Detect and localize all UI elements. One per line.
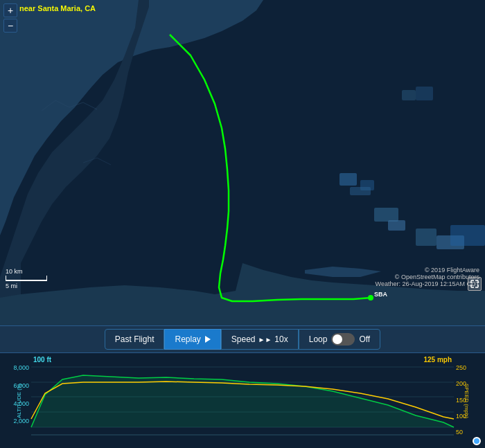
zoom-controls: + − bbox=[3, 3, 17, 34]
past-flight-button[interactable]: Past Flight bbox=[105, 329, 165, 350]
fast-forward-icon: ►► bbox=[258, 336, 272, 343]
play-icon bbox=[205, 336, 211, 343]
map-attribution: © 2019 FlightAware © OpenStreetMap contr… bbox=[376, 267, 479, 287]
svg-rect-4 bbox=[350, 187, 371, 195]
scale-bar-line bbox=[6, 276, 47, 281]
svg-rect-9 bbox=[450, 225, 485, 246]
speed-unit-label: 125 mph bbox=[423, 356, 452, 364]
svg-rect-5 bbox=[374, 208, 398, 222]
svg-rect-10 bbox=[402, 90, 416, 100]
toggle-knob bbox=[333, 334, 342, 344]
speed-button[interactable]: Speed ►► 10x bbox=[221, 329, 299, 350]
replay-button[interactable]: Replay bbox=[164, 329, 220, 350]
controls-bar: Past Flight Replay Speed ►► 10x Loop Off bbox=[0, 325, 485, 353]
chart-area: 100 ft 125 mph 8,000 6,000 4,000 2,000 2… bbox=[0, 353, 485, 448]
svg-rect-7 bbox=[416, 229, 436, 246]
svg-rect-6 bbox=[388, 220, 405, 231]
loop-state: Off bbox=[359, 334, 370, 344]
zoom-out-button[interactable]: − bbox=[3, 19, 17, 33]
progress-dot[interactable] bbox=[473, 437, 481, 445]
speed-axis-title: SPEED (mph) bbox=[463, 383, 469, 418]
svg-rect-2 bbox=[340, 173, 357, 186]
chart-svg bbox=[0, 353, 485, 448]
expand-button[interactable] bbox=[468, 277, 482, 291]
zoom-in-button[interactable]: + bbox=[3, 3, 17, 17]
altitude-unit-label: 100 ft bbox=[33, 356, 51, 364]
loop-toggle-container[interactable]: Loop Off bbox=[299, 329, 381, 350]
speed-value: 10x bbox=[274, 334, 288, 344]
altitude-axis-title: ALTITUDE (ft) bbox=[16, 383, 22, 418]
speed-label: Speed bbox=[231, 334, 256, 344]
map-container: SBA near Santa Maria, CA + − 10 km 5 mi … bbox=[0, 0, 485, 325]
svg-rect-11 bbox=[416, 87, 433, 100]
loop-label: Loop bbox=[309, 334, 328, 344]
location-label: near Santa Maria, CA bbox=[19, 4, 96, 12]
svg-point-12 bbox=[368, 295, 373, 301]
scale-bar: 10 km 5 mi bbox=[6, 268, 47, 289]
loop-toggle[interactable] bbox=[331, 333, 355, 346]
svg-text:SBA: SBA bbox=[374, 291, 388, 298]
replay-label: Replay bbox=[175, 334, 200, 344]
